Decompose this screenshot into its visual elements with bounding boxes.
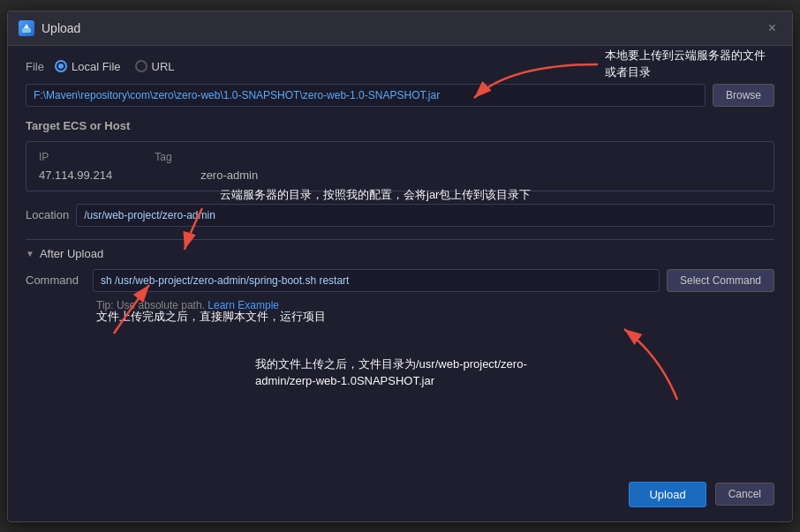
ip-value: 47.114.99.214 [39,169,112,182]
ecs-section: IP Tag 47.114.99.214 zero-admin [26,141,774,191]
file-label: File [26,60,44,73]
title-bar: Upload × [8,11,792,46]
svg-marker-1 [24,24,29,28]
collapse-icon: ▼ [26,249,34,259]
tip-row: Tip: Use absolute path. Learn Example [96,299,774,311]
arrow-4 [545,320,721,408]
file-path-row: Browse [26,84,774,107]
after-upload-toggle[interactable]: ▼ After Upload [26,247,774,260]
browse-button[interactable]: Browse [713,84,774,107]
url-radio[interactable] [135,60,147,72]
file-type-group: Local File URL [55,60,175,73]
after-upload-section: ▼ After Upload Command Select Command Ti… [26,247,774,311]
upload-dialog-icon [19,20,34,36]
bottom-buttons: Upload Cancel [629,482,774,507]
command-input[interactable] [93,269,660,292]
command-label: Command [26,273,86,287]
tip-text: Tip: Use absolute path. [96,299,205,311]
select-command-button[interactable]: Select Command [667,269,774,292]
file-path-input[interactable] [26,84,706,107]
after-upload-label: After Upload [40,247,103,260]
dialog-title: Upload [42,21,80,35]
separator [26,239,774,240]
url-label: URL [152,60,175,73]
ip-header: IP [39,151,49,163]
location-label: Location [26,208,69,221]
svg-rect-0 [22,28,31,33]
local-file-label: Local File [72,60,121,73]
upload-button[interactable]: Upload [629,482,706,507]
close-button[interactable]: × [763,19,781,38]
command-row: Command Select Command [26,269,774,292]
local-file-option[interactable]: Local File [55,60,121,73]
cancel-button[interactable]: Cancel [715,483,774,506]
title-bar-left: Upload [19,20,80,36]
target-section-label: Target ECS or Host [26,119,774,132]
learn-example-link[interactable]: Learn Example [208,299,279,311]
tag-value: zero-admin [200,169,258,182]
location-input[interactable] [76,204,774,227]
local-file-radio[interactable] [55,60,67,72]
url-option[interactable]: URL [135,60,175,73]
ecs-data-row: 47.114.99.214 zero-admin [39,169,761,182]
file-row: File Local File URL [26,60,774,73]
ecs-header: IP Tag [39,151,761,163]
dialog-body: File Local File URL Browse Target ECS or… [8,46,792,334]
tag-header: Tag [155,151,171,163]
upload-dialog: Upload × File Local File URL Browse [7,11,793,522]
annotation-4: 我的文件上传之后，文件目录为/usr/web-project/zero-admi… [255,356,527,390]
location-row: Location [26,204,774,227]
